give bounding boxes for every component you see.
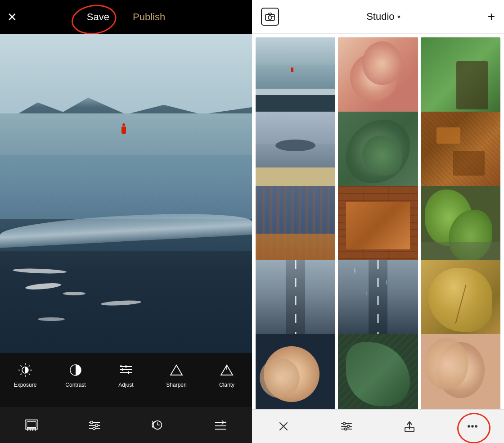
close-x-icon bbox=[278, 421, 289, 432]
adjust-icon bbox=[118, 362, 134, 378]
svg-rect-15 bbox=[128, 371, 129, 374]
selective-icon bbox=[213, 419, 228, 431]
studio-title: Studio bbox=[366, 11, 394, 23]
close-gallery-button[interactable] bbox=[273, 416, 294, 437]
sharpen-icon bbox=[168, 362, 184, 378]
grid-item-flower2[interactable] bbox=[421, 334, 500, 409]
svg-point-56 bbox=[475, 425, 477, 428]
editor-panel: ✕ Save Publish bbox=[0, 0, 252, 443]
svg-rect-22 bbox=[27, 421, 36, 427]
contrast-icon bbox=[68, 362, 84, 378]
more-dots-icon bbox=[466, 421, 479, 432]
grid-item-road1[interactable] bbox=[256, 260, 335, 339]
svg-rect-11 bbox=[120, 369, 132, 370]
svg-point-32 bbox=[95, 424, 98, 427]
svg-point-25 bbox=[30, 429, 31, 431]
filters-icon bbox=[340, 421, 353, 432]
gallery-bottom-bar bbox=[252, 409, 504, 443]
svg-point-40 bbox=[224, 421, 226, 423]
share-button[interactable] bbox=[399, 416, 420, 437]
grid-item-roses[interactable] bbox=[338, 37, 418, 117]
grid-item-leaves[interactable] bbox=[338, 112, 418, 191]
svg-line-6 bbox=[29, 374, 30, 375]
frames-button[interactable] bbox=[24, 419, 39, 431]
exposure-label: Exposure bbox=[14, 382, 37, 388]
grid-item-road2[interactable] bbox=[338, 260, 418, 339]
svg-point-27 bbox=[35, 429, 36, 431]
svg-point-51 bbox=[345, 428, 347, 430]
publish-button[interactable]: Publish bbox=[126, 9, 172, 26]
gallery-panel: Studio ▾ + bbox=[252, 0, 504, 443]
svg-rect-12 bbox=[120, 372, 132, 373]
figure bbox=[121, 123, 126, 136]
chevron-down-icon: ▾ bbox=[397, 13, 400, 20]
svg-line-5 bbox=[21, 366, 22, 367]
history-button[interactable] bbox=[150, 419, 165, 431]
svg-line-8 bbox=[21, 374, 22, 375]
close-editor-button[interactable]: ✕ bbox=[7, 11, 17, 23]
tool-exposure[interactable]: Exposure bbox=[0, 362, 50, 388]
camera-icon bbox=[261, 8, 279, 26]
grid-item-island[interactable] bbox=[256, 112, 335, 191]
photo-canvas bbox=[0, 34, 252, 353]
svg-point-33 bbox=[93, 427, 95, 430]
svg-point-31 bbox=[90, 421, 93, 424]
tool-adjust[interactable]: Adjust bbox=[101, 362, 151, 388]
share-icon bbox=[404, 420, 415, 433]
add-button[interactable]: + bbox=[488, 10, 495, 23]
contrast-label: Contrast bbox=[65, 382, 86, 388]
svg-marker-18 bbox=[171, 365, 182, 375]
sharpen-label: Sharpen bbox=[166, 382, 186, 388]
grid-item-child[interactable] bbox=[421, 37, 500, 117]
bottom-action-bar bbox=[0, 407, 252, 443]
editor-header: ✕ Save Publish bbox=[0, 0, 252, 34]
tool-contrast[interactable]: Contrast bbox=[50, 362, 101, 388]
tool-clarity[interactable]: Clarity bbox=[202, 362, 252, 388]
history-icon bbox=[150, 419, 165, 431]
adjust-label: Adjust bbox=[118, 382, 133, 388]
beach-scene bbox=[0, 34, 252, 353]
svg-rect-14 bbox=[122, 368, 123, 371]
tools-bar: Exposure Contrast bbox=[0, 353, 252, 407]
svg-point-24 bbox=[27, 429, 28, 431]
gallery-filters-button[interactable] bbox=[336, 416, 357, 437]
grid-item-ivy[interactable] bbox=[421, 186, 500, 266]
photo-grid bbox=[252, 34, 504, 409]
grid-item-brick[interactable] bbox=[338, 186, 418, 266]
gallery-header: Studio ▾ + bbox=[252, 0, 504, 34]
svg-rect-13 bbox=[126, 365, 126, 368]
svg-point-42 bbox=[268, 16, 272, 19]
svg-point-55 bbox=[471, 425, 474, 428]
more-options-button[interactable] bbox=[462, 416, 483, 437]
sliders-icon bbox=[87, 419, 102, 431]
svg-point-26 bbox=[32, 429, 33, 431]
grid-item-paint[interactable] bbox=[256, 186, 335, 266]
grid-item-rust[interactable] bbox=[421, 112, 500, 191]
frames-icon bbox=[24, 419, 39, 431]
studio-dropdown[interactable]: Studio ▾ bbox=[366, 11, 400, 23]
svg-point-49 bbox=[343, 423, 346, 425]
clarity-icon bbox=[219, 362, 235, 378]
exposure-icon bbox=[17, 362, 33, 378]
svg-line-7 bbox=[29, 366, 30, 367]
tool-sharpen[interactable]: Sharpen bbox=[151, 362, 202, 388]
selective-edit-button[interactable] bbox=[213, 419, 228, 431]
grid-item-ferns[interactable] bbox=[338, 334, 418, 409]
save-button[interactable]: Save bbox=[80, 9, 117, 26]
grid-item-beach[interactable] bbox=[256, 37, 335, 117]
svg-rect-43 bbox=[272, 16, 274, 17]
svg-point-54 bbox=[468, 425, 470, 428]
grid-item-flower1[interactable] bbox=[256, 334, 335, 409]
clarity-label: Clarity bbox=[219, 382, 234, 388]
grid-item-feather[interactable] bbox=[421, 260, 500, 339]
filter-sliders-button[interactable] bbox=[87, 419, 102, 431]
svg-point-50 bbox=[347, 425, 350, 428]
